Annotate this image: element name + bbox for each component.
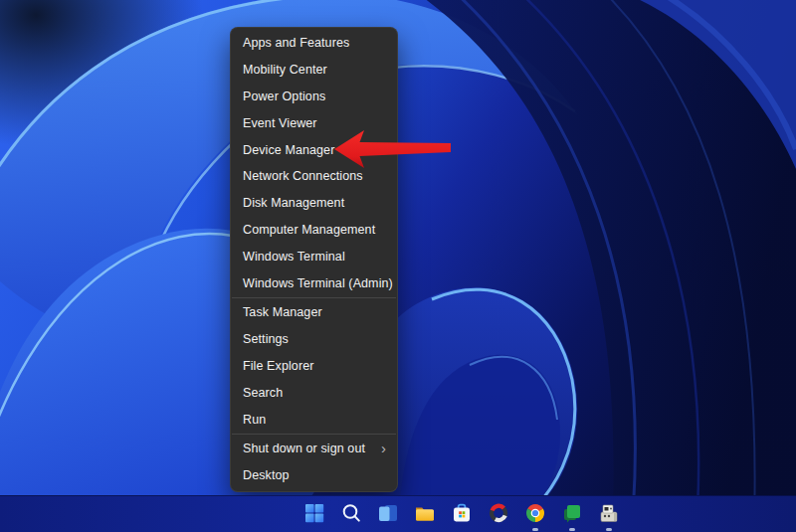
- menu-item-label: Windows Terminal (Admin): [243, 276, 393, 290]
- menu-item-desktop[interactable]: Desktop: [231, 462, 397, 489]
- device-manager-button[interactable]: [597, 501, 621, 532]
- menu-item-task-manager[interactable]: Task Manager: [231, 299, 397, 326]
- menu-item-label: Settings: [243, 332, 289, 346]
- menu-item-label: Shut down or sign out: [243, 442, 365, 455]
- running-indicator: [569, 528, 575, 531]
- menu-item-shut-down-or-sign-out[interactable]: Shut down or sign out ›: [231, 436, 397, 462]
- menu-item-label: Event Viewer: [243, 116, 317, 130]
- taskbar: [0, 495, 796, 532]
- menu-item-label: Run: [243, 413, 266, 427]
- menu-item-search[interactable]: Search: [231, 379, 397, 406]
- menu-item-windows-terminal-admin[interactable]: Windows Terminal (Admin): [231, 269, 397, 296]
- chrome-icon: [523, 501, 547, 525]
- google-chat-button[interactable]: [560, 501, 584, 532]
- microsoft-store-icon: [450, 501, 474, 525]
- menu-item-mobility-center[interactable]: Mobility Center: [231, 57, 397, 84]
- microsoft-store-button[interactable]: [450, 501, 474, 532]
- menu-item-label: Windows Terminal: [243, 250, 345, 264]
- winx-context-menu: Apps and Features Mobility Center Power …: [230, 27, 398, 492]
- menu-item-label: File Explorer: [243, 359, 313, 373]
- device-manager-icon: [597, 501, 621, 525]
- desktop-screen: Apps and Features Mobility Center Power …: [0, 0, 796, 532]
- windows-start-icon: [302, 501, 326, 525]
- menu-item-label: Desktop: [243, 468, 290, 482]
- menu-item-label: Apps and Features: [243, 36, 349, 50]
- menu-item-label: Mobility Center: [243, 63, 327, 77]
- menu-item-label: Disk Management: [243, 196, 344, 210]
- chevron-right-icon: ›: [381, 441, 386, 455]
- google-chat-icon: [560, 501, 584, 525]
- menu-item-windows-terminal[interactable]: Windows Terminal: [231, 243, 397, 269]
- menu-item-apps-and-features[interactable]: Apps and Features: [231, 30, 397, 57]
- task-view-button[interactable]: [376, 501, 400, 532]
- menu-item-label: Network Connections: [243, 169, 363, 183]
- menu-item-settings[interactable]: Settings: [231, 326, 397, 353]
- chrome-button[interactable]: [523, 501, 547, 532]
- menu-separator: [232, 297, 396, 298]
- menu-item-label: Computer Management: [243, 223, 375, 237]
- file-explorer-button[interactable]: [413, 501, 437, 532]
- task-view-icon: [376, 501, 400, 525]
- menu-item-label: Task Manager: [243, 305, 322, 319]
- desktop-wallpaper: [0, 0, 796, 532]
- search-button[interactable]: [339, 501, 363, 532]
- menu-item-network-connections[interactable]: Network Connections: [231, 163, 397, 190]
- running-indicator: [532, 528, 538, 531]
- menu-item-label: Search: [243, 386, 283, 400]
- ring-app-button[interactable]: [487, 501, 510, 532]
- menu-separator: [232, 434, 396, 435]
- search-icon: [339, 501, 363, 525]
- ring-app-icon: [487, 501, 510, 525]
- menu-item-label: Device Manager: [243, 143, 334, 157]
- running-indicator: [606, 528, 612, 531]
- folder-icon: [413, 501, 437, 525]
- menu-item-file-explorer[interactable]: File Explorer: [231, 353, 397, 380]
- menu-item-power-options[interactable]: Power Options: [231, 84, 397, 110]
- menu-item-event-viewer[interactable]: Event Viewer: [231, 109, 397, 136]
- menu-item-label: Power Options: [243, 89, 325, 103]
- taskbar-icon-group: [302, 501, 621, 532]
- menu-item-run[interactable]: Run: [231, 406, 397, 433]
- start-button[interactable]: [302, 501, 326, 532]
- menu-item-device-manager[interactable]: Device Manager: [231, 136, 397, 163]
- menu-item-disk-management[interactable]: Disk Management: [231, 190, 397, 217]
- menu-item-computer-management[interactable]: Computer Management: [231, 217, 397, 244]
